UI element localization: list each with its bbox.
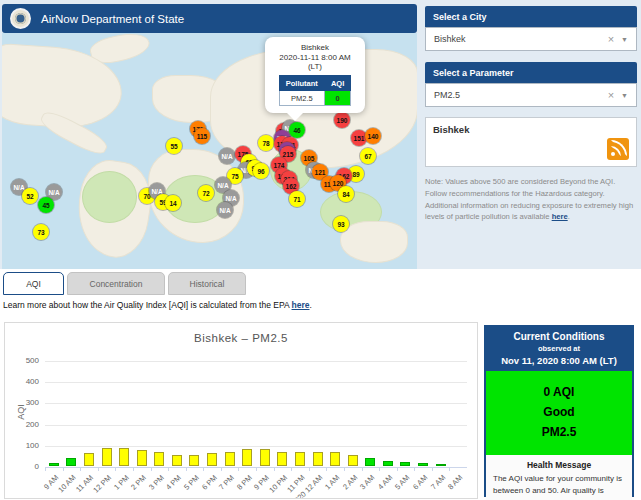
- aqi-bar: [418, 463, 428, 466]
- gridline: [45, 361, 467, 362]
- aqi-bar: [242, 449, 252, 466]
- x-axis-tick: [291, 467, 292, 471]
- popup-lt: (LT): [269, 62, 361, 71]
- popup-col-aqi: AQI: [324, 76, 350, 91]
- parameter-select[interactable]: PM2.5 × ▼: [425, 83, 637, 107]
- aqi-map-marker[interactable]: 190: [334, 112, 350, 128]
- x-axis-tick: [203, 467, 204, 471]
- x-axis-label: 11 AM: [74, 473, 95, 494]
- aqi-map-marker[interactable]: N/A: [217, 202, 233, 218]
- x-axis-tick: [238, 467, 239, 471]
- aqi-map-marker[interactable]: 55: [166, 138, 182, 154]
- aqi-bar: [137, 450, 147, 466]
- current-conditions-title: Current Conditions: [490, 331, 628, 342]
- aqi-map-marker[interactable]: 52: [22, 188, 38, 204]
- parameter-select-value: PM2.5: [426, 90, 601, 100]
- current-pollutant: PM2.5: [486, 423, 632, 443]
- aqi-map-marker[interactable]: 14: [165, 195, 181, 211]
- aqi-bar: [400, 462, 410, 466]
- aqi-map-marker[interactable]: N/A: [219, 148, 235, 164]
- aqi-bar: [295, 452, 305, 466]
- aqi-bar: [383, 461, 393, 466]
- health-message-text: The AQI value for your community is betw…: [493, 473, 625, 500]
- popup-table: Pollutant AQI PM2.5 0: [279, 75, 351, 106]
- tab-aqi[interactable]: AQI: [3, 272, 64, 295]
- y-axis-tick-label: 0: [11, 462, 39, 471]
- world-map[interactable]: Bishkek 2020-11-11 8:00 AM (LT) Pollutan…: [2, 33, 417, 269]
- gridline: [45, 446, 467, 447]
- y-axis-tick-label: 100: [11, 441, 39, 450]
- aqi-map-marker[interactable]: 46: [289, 122, 305, 138]
- chart-plot: AQI 01002003004005009 AM10 AM11 AM12 PM1…: [45, 361, 467, 467]
- epa-here-link[interactable]: here: [292, 300, 310, 310]
- y-axis-tick-label: 400: [11, 377, 39, 386]
- x-axis-tick: [362, 467, 363, 471]
- observed-datetime: Nov 11, 2020 8:00 AM (LT): [490, 355, 628, 366]
- popup-aqi-value: 0: [324, 91, 350, 106]
- x-axis-label: 7 AM: [429, 473, 447, 491]
- x-axis-label: 5 PM: [182, 473, 201, 492]
- x-axis-label: 7 PM: [217, 473, 236, 492]
- chevron-down-icon[interactable]: ▼: [621, 36, 636, 43]
- clear-icon[interactable]: ×: [601, 89, 621, 101]
- rss-city-label: Bishkek: [433, 124, 469, 135]
- popup-city: Bishkek: [269, 43, 361, 52]
- aqi-map-marker[interactable]: 78: [258, 135, 274, 151]
- map-vegetation-amazon: [82, 171, 137, 223]
- aqi-bar: [154, 452, 164, 466]
- clear-icon[interactable]: ×: [601, 33, 621, 45]
- beyond-aqi-note: Note: Values above 500 are considered Be…: [425, 176, 639, 223]
- x-axis-label: 5 AM: [393, 473, 411, 491]
- x-axis-tick: [133, 467, 134, 471]
- aqi-map-marker[interactable]: 67: [360, 148, 376, 164]
- tab-historical[interactable]: Historical: [168, 272, 246, 295]
- health-message-section: Health Message The AQI value for your co…: [486, 455, 632, 500]
- city-select[interactable]: Bishkek × ▼: [425, 27, 637, 51]
- aqi-bar: [436, 464, 446, 466]
- aqi-bar: [225, 452, 235, 466]
- aqi-map-marker[interactable]: 140: [365, 128, 381, 144]
- aqi-bar-chart: Bishkek – PM2.5 AQI 01002003004005009 AM…: [4, 322, 478, 499]
- aqi-bar: [84, 453, 94, 466]
- note-here-link[interactable]: here: [552, 212, 568, 221]
- x-axis-tick: [449, 467, 450, 471]
- popup-pollutant-value: PM2.5: [279, 91, 324, 106]
- aqi-map-marker[interactable]: 71: [289, 191, 305, 207]
- aqi-map-marker[interactable]: 93: [333, 216, 349, 232]
- x-axis-tick: [221, 467, 222, 471]
- app-header: AirNow Department of State: [2, 4, 417, 33]
- popup-datetime: 2020-11-11 8:00 AM: [269, 53, 361, 62]
- aqi-bar: [260, 449, 270, 466]
- x-axis-label: 6 PM: [200, 473, 219, 492]
- aqi-map-marker[interactable]: 84: [338, 186, 354, 202]
- observed-at-label: observed at: [490, 344, 628, 353]
- aqi-bar: [277, 452, 287, 466]
- aqi-map-marker[interactable]: 73: [33, 224, 49, 240]
- current-aqi-category: Good: [486, 403, 632, 423]
- chart-title: Bishkek – PM2.5: [5, 332, 477, 344]
- learn-more-line: Learn more about how the Air Quality Ind…: [3, 300, 312, 310]
- note-period: .: [568, 212, 570, 221]
- x-axis-tick: [45, 467, 46, 471]
- aqi-map-marker[interactable]: 115: [194, 128, 210, 144]
- x-axis-tick: [80, 467, 81, 471]
- rss-icon[interactable]: [607, 138, 629, 160]
- x-axis-tick: [256, 467, 257, 471]
- x-axis-tick: [432, 467, 433, 471]
- x-axis-label: 3 PM: [147, 473, 166, 492]
- x-axis-label: 3 AM: [358, 473, 376, 491]
- aqi-bar: [172, 455, 182, 466]
- x-axis-tick: [414, 467, 415, 471]
- current-aqi-value: 0 AQI: [486, 383, 632, 403]
- current-conditions-panel: Current Conditions observed at Nov 11, 2…: [484, 325, 634, 497]
- x-axis-tick: [63, 467, 64, 471]
- x-axis-tick: [309, 467, 310, 471]
- tab-concentration[interactable]: Concentration: [67, 272, 165, 295]
- y-axis-tick-label: 300: [11, 398, 39, 407]
- aqi-map-marker[interactable]: 72: [198, 185, 214, 201]
- aqi-map-marker[interactable]: 96: [253, 163, 269, 179]
- map-popup: Bishkek 2020-11-11 8:00 AM (LT) Pollutan…: [265, 37, 365, 113]
- x-axis-tick: [98, 467, 99, 471]
- chevron-down-icon[interactable]: ▼: [621, 92, 636, 99]
- aqi-map-marker[interactable]: 45: [38, 197, 54, 213]
